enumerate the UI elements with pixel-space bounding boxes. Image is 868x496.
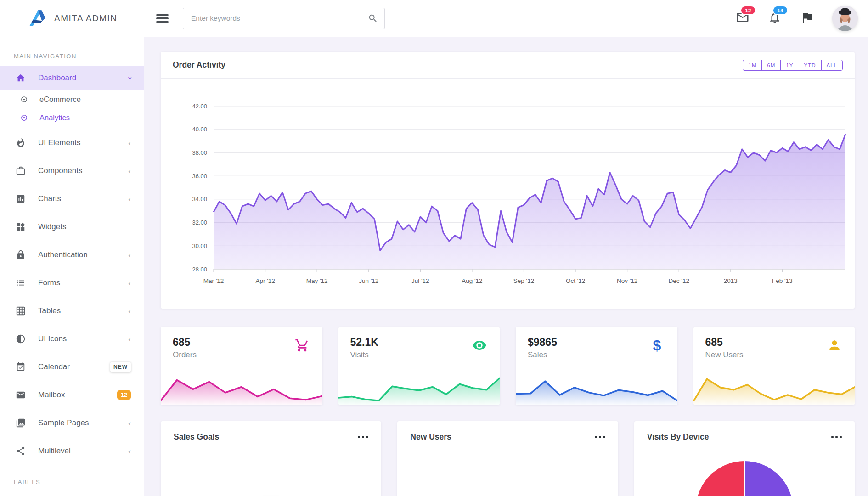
stat-sparkline [516, 369, 677, 405]
eye-icon [472, 338, 487, 353]
chevron-left-icon: ‹ [128, 447, 131, 455]
nav-labels: Important [0, 492, 144, 496]
user-avatar[interactable] [832, 6, 858, 31]
sidebar-item-ecommerce[interactable]: eCommerce [0, 90, 144, 108]
sidebar-item-multilevel[interactable]: Multilevel‹ [0, 439, 144, 463]
sidebar-item-label: eCommerce [39, 95, 81, 104]
sidebar-item-sample-pages[interactable]: Sample Pages‹ [0, 411, 144, 435]
topbar: 12 14 [144, 0, 868, 37]
order-activity-title: Order Activity [173, 60, 225, 70]
svg-text:Oct '12: Oct '12 [566, 277, 585, 284]
stat-icon-wrap [472, 338, 487, 353]
chevron-left-icon: ‹ [128, 251, 131, 259]
messages-count-badge: 12 [740, 6, 756, 15]
sidebar-item-calendar[interactable]: CalendarNEW [0, 355, 144, 379]
range-button-all[interactable]: ALL [821, 60, 843, 71]
sidebar-item-label: Multilevel [38, 446, 71, 456]
sidebar-item-analytics[interactable]: Analytics [0, 108, 144, 127]
cart-icon [295, 338, 310, 353]
search-input[interactable] [190, 14, 368, 23]
stat-card-orders: 685Orders [161, 327, 322, 405]
sidebar-item-label: Analytics [39, 113, 70, 122]
chevron-left-icon: ‹ [128, 279, 131, 287]
sidebar-item-label: Dashboard [38, 73, 76, 83]
nav-section-labels: LABELS [0, 463, 144, 492]
stat-icon-wrap [295, 338, 310, 353]
sidebar-badge: NEW [110, 362, 131, 372]
sales-goal-gauge [161, 430, 381, 496]
flag-button[interactable] [800, 11, 814, 26]
svg-text:Aug '12: Aug '12 [462, 277, 482, 284]
order-activity-card: Order Activity 1M6M1YYTDALL 42.0040.0038… [161, 52, 855, 309]
fire-icon [16, 138, 26, 148]
svg-text:40.00: 40.00 [192, 126, 207, 133]
briefcase-icon [16, 166, 26, 176]
svg-text:Jul '12: Jul '12 [411, 277, 429, 284]
lock-icon [16, 250, 26, 260]
sidebar-item-dashboard[interactable]: Dashboard‹ [0, 66, 144, 90]
chart-icon [16, 194, 26, 204]
sidebar-item-label: Components [38, 166, 82, 175]
dollar-icon: $ [650, 338, 665, 353]
sidebar-item-label: Charts [38, 194, 61, 203]
stat-sparkline [161, 369, 322, 405]
range-button-ytd[interactable]: YTD [799, 60, 822, 71]
sidebar-item-components[interactable]: Components‹ [0, 159, 144, 183]
pie-divider [744, 461, 745, 496]
search-box [183, 8, 385, 29]
sidebar-item-label: UI Icons [38, 334, 67, 344]
notifications-button[interactable]: 14 [768, 11, 782, 26]
sidebar-item-tables[interactable]: Tables‹ [0, 299, 144, 323]
dot-icon [20, 96, 28, 103]
sidebar-badge: 12 [117, 390, 131, 400]
svg-text:2013: 2013 [724, 277, 738, 284]
range-selector: 1M6M1YYTDALL [743, 60, 843, 71]
svg-text:34.00: 34.00 [192, 196, 207, 203]
svg-text:Nov '12: Nov '12 [617, 277, 637, 284]
sidebar-item-mailbox[interactable]: Mailbox12 [0, 383, 144, 407]
calendar-icon [16, 362, 26, 372]
panel-menu-button[interactable] [831, 433, 842, 441]
sidebar-item-authentication[interactable]: Authentication‹ [0, 243, 144, 267]
stat-icon-wrap: $ [650, 338, 665, 353]
order-activity-header: Order Activity 1M6M1YYTDALL [161, 52, 855, 79]
sidebar-item-ui-elements[interactable]: UI Elements‹ [0, 131, 144, 155]
panel-menu-button[interactable] [595, 433, 605, 441]
home-icon [16, 73, 26, 83]
search-icon[interactable] [368, 13, 378, 23]
brand: AMITA ADMIN [0, 0, 144, 37]
sidebar-item-label: Tables [38, 306, 61, 316]
svg-text:30.00: 30.00 [192, 242, 207, 249]
sidebar-item-forms[interactable]: Forms‹ [0, 271, 144, 295]
flag-icon [800, 11, 814, 24]
stats-row: 685Orders52.1KVisits$9865Sales$685New Us… [161, 327, 855, 405]
range-button-6m[interactable]: 6M [761, 60, 781, 71]
svg-text:Dec '12: Dec '12 [669, 277, 689, 284]
sidebar-item-label: Widgets [38, 222, 66, 231]
svg-text:36.00: 36.00 [192, 173, 207, 180]
svg-text:Mar '12: Mar '12 [203, 277, 224, 284]
range-button-1y[interactable]: 1Y [780, 60, 799, 71]
brand-logo-icon [28, 9, 47, 28]
sidebar-item-charts[interactable]: Charts‹ [0, 187, 144, 211]
order-activity-chart: 42.0040.0038.0036.0034.0032.0030.0028.00… [161, 79, 851, 304]
sidebar-item-important[interactable]: Important [0, 492, 144, 496]
sidebar-item-widgets[interactable]: Widgets [0, 215, 144, 239]
range-button-1m[interactable]: 1M [743, 60, 762, 71]
panel-sales-goals: Sales Goals [161, 421, 381, 496]
stat-icon-wrap [827, 338, 842, 353]
svg-text:28.00: 28.00 [192, 266, 207, 273]
messages-button[interactable]: 12 [736, 11, 750, 26]
widgets-icon [16, 222, 26, 232]
stat-card-visits: 52.1KVisits [338, 327, 500, 405]
mail-icon [16, 390, 26, 400]
menu-toggle-button[interactable] [156, 14, 169, 23]
panel-visits-by-device: Visits By Device [634, 421, 855, 496]
svg-text:32.00: 32.00 [192, 219, 207, 226]
sidebar-item-ui-icons[interactable]: UI Icons‹ [0, 327, 144, 351]
dot-icon [20, 114, 28, 122]
svg-text:May '12: May '12 [306, 277, 328, 284]
chevron-left-icon: ‹ [128, 307, 131, 315]
sidebar: AMITA ADMIN MAIN NAVIGATION Dashboard‹eC… [0, 0, 144, 496]
table-icon [16, 306, 26, 316]
